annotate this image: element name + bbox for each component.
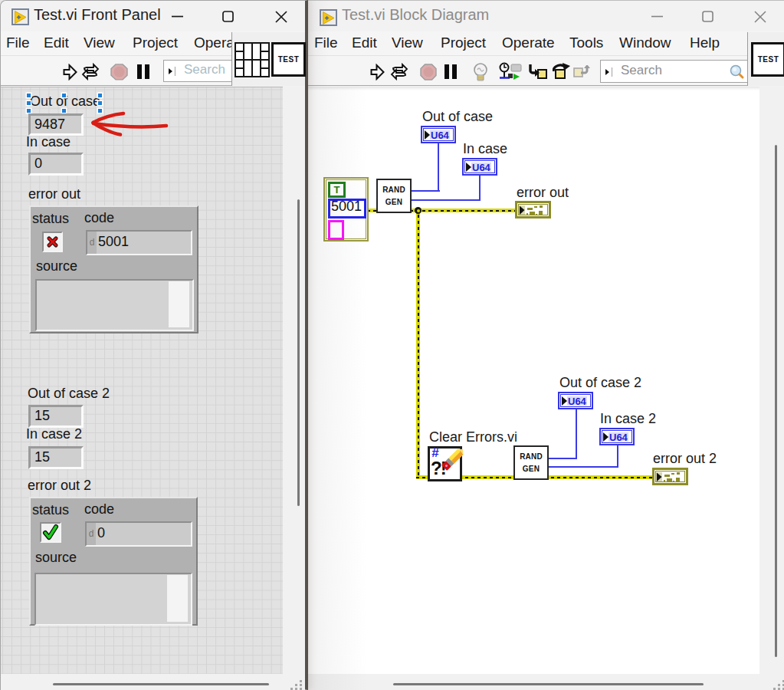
svg-text:U64: U64: [609, 432, 628, 443]
svg-text:U64: U64: [568, 396, 587, 407]
svg-text:U64: U64: [431, 130, 450, 141]
svg-text:U64: U64: [472, 162, 491, 173]
